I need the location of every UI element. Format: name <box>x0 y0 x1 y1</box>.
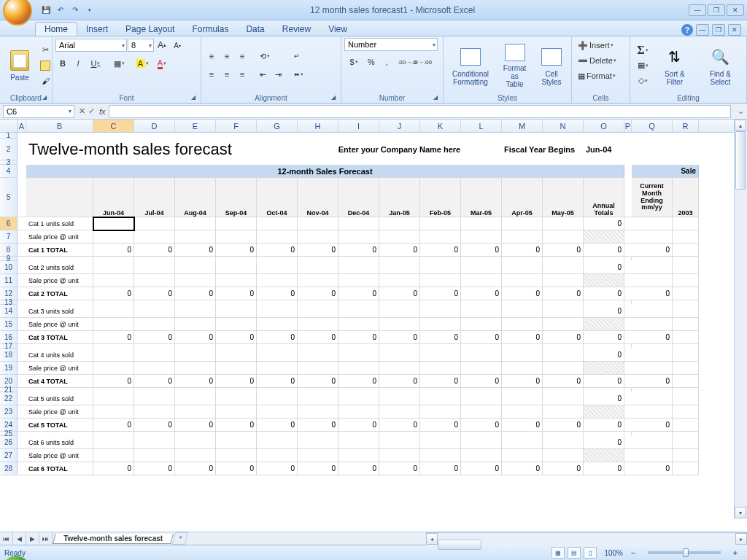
cat3-total-m4[interactable]: 0 <box>257 331 298 344</box>
cell[interactable] <box>624 462 632 475</box>
zoom-level[interactable]: 100% <box>604 549 623 557</box>
cell[interactable] <box>673 449 699 462</box>
row-header-10[interactable]: 10 <box>0 261 18 274</box>
row-header-22[interactable]: 22 <box>0 392 18 405</box>
cell[interactable] <box>543 362 584 375</box>
vertical-scrollbar[interactable]: ▴ ▾ <box>734 120 747 518</box>
cell[interactable] <box>624 230 632 244</box>
cell[interactable] <box>461 139 502 160</box>
sheet-nav-first[interactable]: ⏮ <box>0 532 13 545</box>
cell[interactable] <box>624 217 632 230</box>
selected-cell[interactable] <box>93 217 134 230</box>
cell[interactable] <box>502 274 543 287</box>
cat4-price-label[interactable]: Sale price @ unit <box>26 362 93 375</box>
cell[interactable] <box>624 139 632 160</box>
cell[interactable] <box>543 230 584 244</box>
cell[interactable] <box>420 230 461 244</box>
column-header-B[interactable]: B <box>26 120 93 132</box>
cell[interactable] <box>18 230 26 244</box>
fiscal-year-label[interactable]: Fiscal Year Begins <box>502 139 584 160</box>
cell[interactable] <box>624 405 632 419</box>
cell[interactable] <box>624 331 632 344</box>
align-middle-button[interactable]: ≡ <box>220 49 234 63</box>
cell[interactable] <box>543 217 584 230</box>
cell[interactable] <box>298 217 338 230</box>
cat2-total-m4[interactable]: 0 <box>257 287 298 300</box>
column-header-I[interactable]: I <box>338 120 379 132</box>
horizontal-scrollbar[interactable]: ◂ ▸ <box>426 532 747 545</box>
cell[interactable] <box>379 274 420 287</box>
cell[interactable] <box>632 318 673 331</box>
annual-units-3[interactable]: 0 <box>584 349 624 362</box>
cell[interactable] <box>632 305 673 318</box>
cell[interactable] <box>18 261 26 274</box>
cell[interactable] <box>632 133 673 139</box>
cell[interactable] <box>502 133 543 139</box>
row-header-14[interactable]: 14 <box>0 305 18 318</box>
annual-price-5[interactable] <box>584 449 624 462</box>
cat2-price-label[interactable]: Sale price @ unit <box>26 274 93 287</box>
sheet-tab-active[interactable]: Twelve-month sales forecast <box>53 534 174 544</box>
cat5-total-m11[interactable]: 0 <box>543 419 584 432</box>
cell[interactable] <box>298 349 338 362</box>
cat3-total-m1[interactable]: 0 <box>134 331 175 344</box>
cell[interactable] <box>18 318 26 331</box>
cat5-total-m6[interactable]: 0 <box>338 419 379 432</box>
cell[interactable] <box>632 261 673 274</box>
cell[interactable] <box>18 392 26 405</box>
month-header-5[interactable]: Nov-04 <box>298 178 338 217</box>
month-header-2[interactable]: Aug-04 <box>175 178 216 217</box>
zoom-out-button[interactable]: − <box>626 545 640 560</box>
grow-font-button[interactable]: A▴ <box>155 38 169 52</box>
cell[interactable] <box>134 274 175 287</box>
cat2-total-m8[interactable]: 0 <box>420 287 461 300</box>
insert-sheet-button[interactable]: ＊ <box>172 532 189 545</box>
cell[interactable] <box>502 449 543 462</box>
annual-price-4[interactable] <box>584 405 624 419</box>
cat3-total-m7[interactable]: 0 <box>379 331 420 344</box>
cell[interactable] <box>673 419 699 432</box>
tab-home[interactable]: Home <box>35 22 77 36</box>
cell[interactable] <box>461 274 502 287</box>
month-header-0[interactable]: Jun-04 <box>93 178 134 217</box>
fill-color-button[interactable]: A <box>133 56 152 71</box>
cell[interactable] <box>257 305 298 318</box>
tab-data[interactable]: Data <box>237 23 273 36</box>
cell[interactable] <box>175 318 216 331</box>
cat5-current-total[interactable]: 0 <box>632 419 673 432</box>
cell[interactable] <box>673 392 699 405</box>
cat3-total-m11[interactable]: 0 <box>543 331 584 344</box>
restore-button[interactable]: ❐ <box>708 4 725 16</box>
cat4-total-label[interactable]: Cat 4 TOTAL <box>26 375 93 388</box>
cat3-total-m9[interactable]: 0 <box>461 331 502 344</box>
view-page-layout-button[interactable]: ▤ <box>568 547 581 559</box>
cell[interactable] <box>502 261 543 274</box>
column-header-P[interactable]: P <box>624 120 632 132</box>
clear-button[interactable]: ◇ <box>633 74 652 88</box>
cell[interactable] <box>502 362 543 375</box>
cell[interactable] <box>18 305 26 318</box>
cell[interactable] <box>257 392 298 405</box>
cell[interactable] <box>93 274 134 287</box>
cell[interactable] <box>18 139 26 160</box>
column-header-M[interactable]: M <box>502 120 543 132</box>
cat1-total-m10[interactable]: 0 <box>502 244 543 257</box>
wrap-text-button[interactable]: ↵ <box>291 49 332 63</box>
cut-button[interactable]: ✂ <box>38 43 53 58</box>
cell[interactable] <box>338 133 379 139</box>
cat5-price-label[interactable]: Sale price @ unit <box>26 405 93 419</box>
cell[interactable] <box>134 362 175 375</box>
hscroll-thumb[interactable] <box>438 540 481 550</box>
sheet-nav-prev[interactable]: ◀ <box>13 532 26 545</box>
cat2-total-m0[interactable]: 0 <box>93 287 134 300</box>
cell[interactable] <box>420 405 461 419</box>
cat2-total-m1[interactable]: 0 <box>134 287 175 300</box>
cell[interactable] <box>338 362 379 375</box>
cell[interactable] <box>175 261 216 274</box>
cat3-total-m0[interactable]: 0 <box>93 331 134 344</box>
cell[interactable] <box>257 133 298 139</box>
decrease-decimal-button[interactable]: .0→.00 <box>415 55 430 69</box>
month-header-3[interactable]: Sep-04 <box>216 178 257 217</box>
cat4-total-m0[interactable]: 0 <box>93 375 134 388</box>
cat6-total-m9[interactable]: 0 <box>461 462 502 475</box>
